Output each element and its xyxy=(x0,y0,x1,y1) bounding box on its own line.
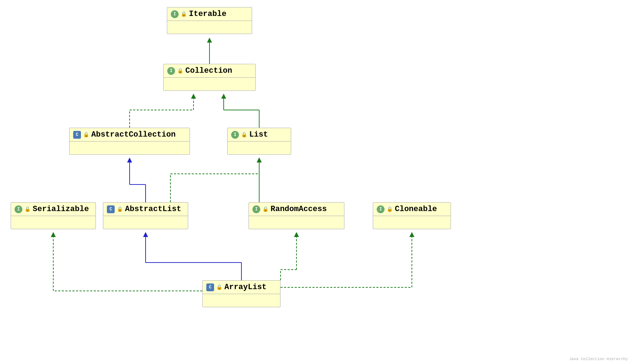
box-list-header: I 🔒 List xyxy=(228,128,291,142)
box-cloneable-body xyxy=(373,216,451,229)
svg-marker-13 xyxy=(127,158,132,162)
diagram-container: I 🔒 Iterable I 🔒 Collection C 🔒 Abstract… xyxy=(0,0,632,364)
label-abstractcollection: AbstractCollection xyxy=(91,130,176,139)
box-collection: I 🔒 Collection xyxy=(163,64,256,91)
box-collection-body xyxy=(164,78,255,90)
box-abstractcollection-body xyxy=(70,142,190,154)
badge-arraylist: C xyxy=(206,283,214,291)
svg-marker-5 xyxy=(191,94,196,99)
badge-list: I xyxy=(231,131,239,139)
arrows-svg xyxy=(0,0,632,364)
svg-marker-21 xyxy=(143,232,148,237)
box-randomaccess-header: I 🔒 RandomAccess xyxy=(249,203,344,216)
lock-icon-serializable: 🔒 xyxy=(24,206,31,212)
svg-marker-24 xyxy=(51,232,56,237)
svg-marker-1 xyxy=(207,38,212,43)
lock-icon-cloneable: 🔒 xyxy=(387,206,393,212)
box-serializable-body xyxy=(11,216,96,229)
box-cloneable-header: I 🔒 Cloneable xyxy=(373,203,451,216)
svg-marker-31 xyxy=(409,232,414,237)
svg-marker-33 xyxy=(257,158,262,162)
box-abstractcollection-header: C 🔒 AbstractCollection xyxy=(70,128,190,142)
badge-iterable: I xyxy=(171,10,179,18)
watermark: Java Collection Hierarchy xyxy=(569,357,628,361)
box-serializable: I 🔒 Serializable xyxy=(11,202,96,229)
box-list: I 🔒 List xyxy=(227,128,291,155)
badge-cloneable: I xyxy=(377,205,385,213)
badge-abstractlist: C xyxy=(107,205,115,213)
box-abstractlist-body xyxy=(103,216,188,229)
box-arraylist-header: C 🔒 ArrayList xyxy=(203,281,280,294)
lock-icon-list: 🔒 xyxy=(241,132,247,138)
label-iterable: Iterable xyxy=(189,10,227,18)
svg-marker-9 xyxy=(221,94,226,99)
svg-marker-28 xyxy=(294,232,299,237)
box-abstractlist-header: C 🔒 AbstractList xyxy=(103,203,188,216)
lock-icon-iterable: 🔒 xyxy=(181,11,187,17)
box-iterable-header: I 🔒 Iterable xyxy=(167,7,252,21)
badge-abstractcollection: C xyxy=(73,131,81,139)
box-arraylist-body xyxy=(203,294,280,307)
lock-icon-collection: 🔒 xyxy=(177,68,183,74)
label-abstractlist: AbstractList xyxy=(125,205,181,214)
box-collection-header: I 🔒 Collection xyxy=(164,64,255,78)
svg-marker-17 xyxy=(257,158,262,162)
box-randomaccess: I 🔒 RandomAccess xyxy=(249,202,344,229)
label-collection: Collection xyxy=(185,66,232,75)
box-iterable-body xyxy=(167,21,252,34)
box-iterable: I 🔒 Iterable xyxy=(167,7,252,34)
box-list-body xyxy=(228,142,291,154)
box-serializable-header: I 🔒 Serializable xyxy=(11,203,96,216)
box-cloneable: I 🔒 Cloneable xyxy=(373,202,451,229)
lock-icon-abstractcollection: 🔒 xyxy=(83,132,89,138)
label-randomaccess: RandomAccess xyxy=(271,205,327,214)
badge-serializable: I xyxy=(15,205,22,213)
box-arraylist: C 🔒 ArrayList xyxy=(202,280,280,307)
box-abstractcollection: C 🔒 AbstractCollection xyxy=(69,128,190,155)
lock-icon-arraylist: 🔒 xyxy=(216,284,222,290)
badge-randomaccess: I xyxy=(252,205,260,213)
badge-collection: I xyxy=(167,67,175,75)
box-randomaccess-body xyxy=(249,216,344,229)
lock-icon-randomaccess: 🔒 xyxy=(262,206,268,212)
label-arraylist: ArrayList xyxy=(224,283,267,292)
label-list: List xyxy=(249,130,268,139)
lock-icon-abstractlist: 🔒 xyxy=(117,206,123,212)
label-cloneable: Cloneable xyxy=(395,205,437,214)
box-abstractlist: C 🔒 AbstractList xyxy=(103,202,188,229)
label-serializable: Serializable xyxy=(33,205,89,214)
